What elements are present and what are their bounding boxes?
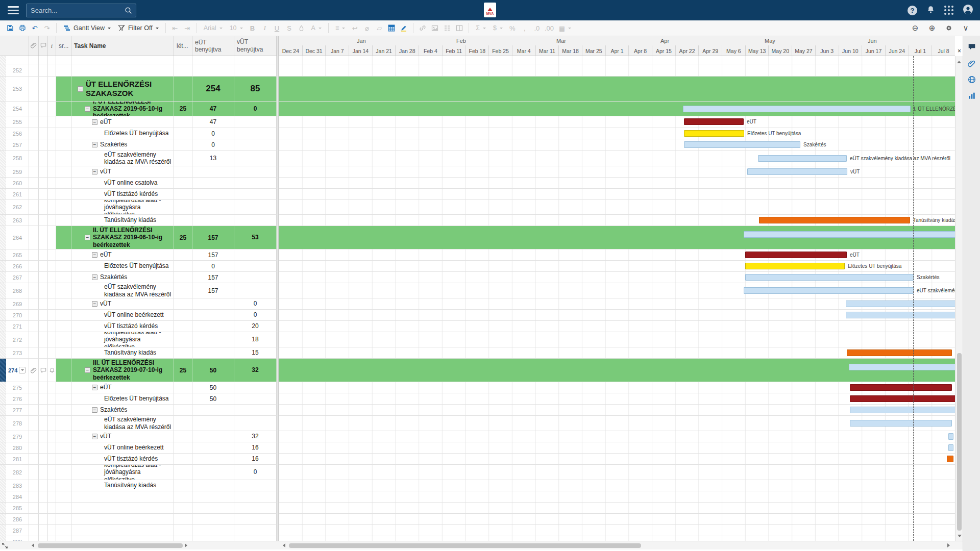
row-number-cell[interactable]: 275	[0, 382, 29, 393]
info-cell[interactable]	[48, 226, 56, 249]
comment-cell[interactable]	[39, 431, 48, 442]
table-row[interactable]: 271vÜT tisztázó kérdés20	[0, 321, 955, 332]
grid-scroll-thumb[interactable]	[38, 543, 183, 548]
sum-button[interactable]: Σ	[472, 22, 489, 34]
gantt-bar[interactable]	[850, 384, 952, 391]
attachment-cell[interactable]	[29, 116, 39, 128]
task-name-cell[interactable]	[71, 491, 174, 502]
gantt-row-area[interactable]	[279, 525, 955, 536]
task-name-cell[interactable]: eÜT szakvélemény kiadása az MVA részéről	[71, 416, 174, 431]
gantt-bar[interactable]	[948, 433, 953, 440]
eut-cell[interactable]	[192, 431, 234, 442]
sr-cell[interactable]	[56, 272, 71, 283]
eut-cell[interactable]	[192, 189, 234, 199]
eut-cell[interactable]	[192, 347, 234, 358]
gantt-bar[interactable]	[684, 118, 744, 125]
attachment-cell[interactable]	[29, 215, 39, 226]
sr-cell[interactable]	[56, 298, 71, 309]
row-number-cell[interactable]: 281	[0, 454, 29, 464]
let-cell[interactable]	[174, 503, 192, 513]
sr-column-header[interactable]: sr...	[56, 36, 71, 56]
row-number-cell[interactable]: 257	[0, 139, 29, 150]
attachment-column-header[interactable]	[29, 36, 39, 56]
eut-cell[interactable]	[192, 298, 234, 309]
gantt-bar[interactable]	[744, 287, 914, 294]
vut-cell[interactable]	[234, 139, 277, 150]
table-row[interactable]: 252	[0, 64, 955, 77]
row-drag-handle[interactable]	[0, 382, 6, 393]
let-cell[interactable]	[174, 151, 192, 166]
row-drag-handle[interactable]	[0, 102, 6, 116]
close-icon[interactable]: ×	[955, 47, 963, 55]
font-select[interactable]: Arial	[200, 22, 226, 34]
vut-cell[interactable]	[234, 405, 277, 415]
table-row[interactable]: 255−eÜT47eÜT	[0, 116, 955, 128]
info-cell[interactable]	[48, 454, 56, 464]
date-format-button[interactable]: ▦	[555, 22, 575, 34]
row-drag-handle[interactable]	[0, 503, 6, 513]
row-drag-handle[interactable]	[0, 514, 6, 524]
eut-cell[interactable]	[192, 64, 234, 76]
outdent-button[interactable]: ⇤	[169, 22, 181, 34]
let-cell[interactable]	[174, 431, 192, 442]
scroll-down-arrow[interactable]	[958, 535, 962, 539]
gantt-bar[interactable]	[846, 312, 955, 318]
gantt-row-area[interactable]	[279, 416, 955, 431]
sr-cell[interactable]	[56, 416, 71, 431]
gantt-row-area[interactable]	[279, 454, 955, 464]
row-number-cell[interactable]: 255	[0, 116, 29, 128]
scroll-up-arrow[interactable]	[957, 59, 961, 63]
comment-cell[interactable]	[39, 56, 48, 64]
gantt-bar[interactable]	[759, 217, 910, 223]
undo-button[interactable]: ↶	[29, 22, 41, 34]
table-row[interactable]: 275−eÜT50	[0, 382, 955, 393]
task-name-cell[interactable]: vÜT tisztázó kérdés	[71, 454, 174, 464]
avatar[interactable]	[963, 5, 973, 16]
row-number-cell[interactable]: 270	[0, 310, 29, 320]
task-name-cell[interactable]: Előzetes ÜT benyújtása	[71, 261, 174, 271]
eut-cell[interactable]: 0	[192, 261, 234, 271]
comment-cell[interactable]	[39, 393, 48, 404]
let-cell[interactable]	[174, 283, 192, 298]
sr-cell[interactable]	[56, 332, 71, 347]
gantt-row-area[interactable]	[279, 480, 955, 491]
let-cell[interactable]	[174, 77, 192, 101]
table-row[interactable]: 254−I. ÜT ELLENŐRZÉSI SZAKASZ 2019-05-10…	[0, 102, 955, 116]
sr-cell[interactable]	[56, 226, 71, 249]
let-cell[interactable]	[174, 332, 192, 347]
clear-format-button[interactable]: ⌀	[361, 22, 373, 34]
row-drag-handle[interactable]	[0, 310, 6, 320]
gantt-bar[interactable]	[846, 300, 955, 307]
let-cell[interactable]	[174, 189, 192, 199]
sr-cell[interactable]	[56, 151, 71, 166]
attachment-cell[interactable]	[29, 405, 39, 415]
row-drag-handle[interactable]	[0, 56, 6, 64]
gantt-bar[interactable]	[947, 456, 953, 462]
comment-cell[interactable]	[39, 64, 48, 76]
task-name-cell[interactable]: Tanúsítvány kiadás	[71, 347, 174, 358]
gantt-row-area[interactable]	[279, 200, 955, 214]
sr-cell[interactable]	[56, 215, 71, 226]
table-row[interactable]: 274−III. ÜT ELLENŐRZÉSI SZAKASZ 2019-07-…	[0, 359, 955, 382]
row-drag-handle[interactable]	[0, 200, 6, 214]
gantt-row-area[interactable]: Előzetes UT benyújtása	[279, 128, 955, 139]
eut-cell[interactable]	[192, 56, 234, 64]
table-row[interactable]: 288	[0, 536, 955, 541]
attachment-cell[interactable]	[29, 503, 39, 513]
let-cell[interactable]	[174, 249, 192, 260]
vut-cell[interactable]	[234, 189, 277, 199]
gantt-bar[interactable]	[850, 407, 955, 413]
row-number-cell[interactable]: 253	[0, 77, 29, 101]
gantt-row-area[interactable]: eÜT	[279, 249, 955, 260]
row-number-cell[interactable]: 271	[0, 321, 29, 332]
vut-cell[interactable]	[234, 525, 277, 536]
row-number-cell[interactable]: 263	[0, 215, 29, 226]
row-drag-handle[interactable]	[0, 166, 6, 177]
info-cell[interactable]	[48, 416, 56, 431]
row-drag-handle[interactable]	[0, 442, 6, 453]
gantt-row-area[interactable]: Előzetes UT benyújtása	[279, 261, 955, 271]
row-drag-handle[interactable]	[0, 359, 6, 382]
task-name-cell[interactable]: komplettírozás alatt - jóváhagyásra elők…	[71, 332, 174, 347]
table-row[interactable]: 287	[0, 525, 955, 536]
comment-cell[interactable]	[39, 491, 48, 502]
